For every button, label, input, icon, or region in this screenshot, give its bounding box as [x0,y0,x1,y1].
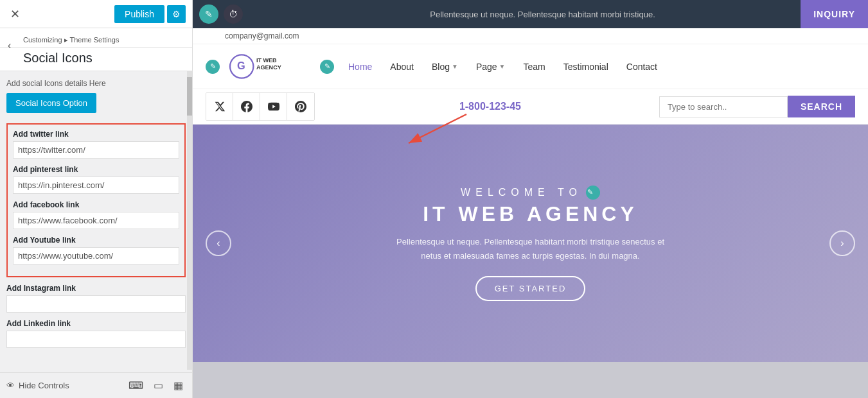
inquiry-button[interactable]: INQUIRY [801,0,868,28]
panel-content: Add social Icons details Here Social Ico… [0,71,192,372]
logo-svg: G IT WEB AGENCY [224,51,301,83]
youtube-input[interactable] [13,247,179,264]
notice-bar: ✎ ⏱ Pellentesque ut neque. Pellentesque … [193,0,868,28]
svg-text:G: G [237,60,245,71]
device-icons: ⌨ ▭ ▦ [126,378,186,393]
notice-text: Pellentesque ut neque. Pellentesque habi… [248,10,837,19]
pencil-icon[interactable]: ✎ [199,4,218,24]
breadcrumb: ‹ Customizing ▸ Theme Settings [0,28,192,48]
nav-edit-icon[interactable]: ✎ [320,60,334,74]
settings-gear-button[interactable]: ⚙ [167,5,186,23]
desktop-icon[interactable]: ⌨ [126,378,146,393]
nav-team[interactable]: Team [516,56,553,77]
facebook-field-group: Add facebook link [13,200,179,229]
twitter-input[interactable] [13,141,179,159]
hero-next-button[interactable]: › [829,230,855,256]
logo-area: ✎ G IT WEB AGENCY [206,51,301,83]
right-preview-panel: ✎ ⏱ Pellentesque ut neque. Pellentesque … [193,0,868,398]
svg-text:AGENCY: AGENCY [256,64,281,71]
facebook-label: Add facebook link [13,200,179,209]
hero-description: Pellentesque ut neque. Pellentesque habi… [396,235,666,263]
nav-contact[interactable]: Contact [619,56,665,77]
facebook-icon-btn[interactable] [233,93,260,120]
instagram-label: Add Instagram link [6,284,186,293]
pinterest-input[interactable] [13,177,179,194]
pinterest-icon-btn[interactable] [287,93,314,120]
eye-icon: 👁 [6,381,15,390]
nav-testimonial[interactable]: Testimonial [556,56,616,77]
left-panel: ✕ Publish ⚙ ‹ Customizing ▸ Theme Settin… [0,0,193,398]
email-bar: company@gmail.com [193,28,868,44]
clock-icon[interactable]: ⏱ [224,4,243,24]
page-arrow: ▼ [499,63,506,70]
blog-arrow: ▼ [452,63,458,70]
hero-welcome-text: WELCOME TO ✎ [396,186,666,200]
scrollbar-track[interactable] [187,71,192,370]
tablet-icon[interactable]: ▭ [151,378,166,393]
mobile-icon[interactable]: ▦ [171,378,186,393]
twitter-icon-btn[interactable] [206,93,233,120]
nav-blog[interactable]: Blog ▼ [424,56,466,77]
search-button[interactable]: SEARCH [788,96,855,117]
close-icon[interactable]: ✕ [6,6,24,22]
main-nav: ✎ G IT WEB AGENCY ✎ Home About Blog ▼ Pa… [193,44,868,89]
publish-button[interactable]: Publish [114,5,164,23]
pinterest-label: Add pinterest link [13,165,179,174]
search-area: SEARCH [659,96,855,117]
linkedin-field-group: Add Linkedin link [6,319,186,348]
company-email: company@gmail.com [225,31,299,40]
facebook-input[interactable] [13,212,179,229]
svg-text:IT WEB: IT WEB [256,57,277,64]
youtube-label: Add Youtube link [13,236,179,245]
linkedin-input[interactable] [6,331,186,348]
social-icons-option-button[interactable]: Social Icons Option [6,93,96,113]
hero-section: ‹ WELCOME TO ✎ IT WEB AGENCY Pellentesqu… [193,125,868,362]
nav-page[interactable]: Page ▼ [468,56,513,77]
hide-controls-label: Hide Controls [19,381,69,390]
social-icons-group [206,92,315,121]
bottom-bar: 👁 Hide Controls ⌨ ▭ ▦ [0,372,192,398]
instagram-field-group: Add Instagram link [6,284,186,313]
logo-edit-icon[interactable]: ✎ [206,60,220,74]
hero-content: WELCOME TO ✎ IT WEB AGENCY Pellentesque … [396,186,666,301]
linkedin-label: Add Linkedin link [6,319,186,328]
youtube-field-group: Add Youtube link [13,236,179,264]
search-input[interactable] [659,96,788,117]
hide-controls[interactable]: 👁 Hide Controls [6,381,69,390]
add-details-label: Add social Icons details Here [6,79,186,88]
instagram-input[interactable] [6,295,186,313]
youtube-icon-btn[interactable] [260,93,287,120]
nav-links: Home About Blog ▼ Page ▼ Team Testimonia… [341,56,855,77]
hero-cta-button[interactable]: GET STARTED [475,276,586,301]
phone-number: 1-800-123-45 [334,101,646,112]
nav-about[interactable]: About [382,56,421,77]
hero-edit-icon[interactable]: ✎ [586,186,600,200]
hero-title: IT WEB AGENCY [396,202,666,226]
hero-prev-button[interactable]: ‹ [206,230,231,256]
back-arrow[interactable]: ‹ [5,37,13,54]
highlight-box: Add twitter link Add pinterest link Add … [6,123,186,277]
twitter-field-group: Add twitter link [13,130,179,159]
pinterest-field-group: Add pinterest link [13,165,179,194]
breadcrumb-text: Customizing ▸ Theme Settings [23,36,119,44]
top-bar: ✕ Publish ⚙ [0,0,192,28]
panel-title: Social Icons [0,48,192,71]
social-bar: 1-800-123-45 SEARCH [193,89,868,125]
twitter-label: Add twitter link [13,130,179,139]
scrollbar-thumb[interactable] [187,77,192,116]
nav-home[interactable]: Home [341,56,380,77]
